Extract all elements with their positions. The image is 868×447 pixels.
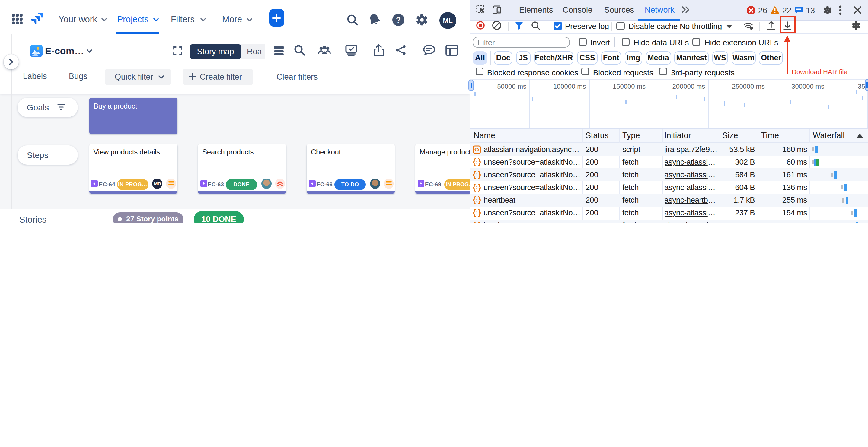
svg-text:?: ? [396, 15, 401, 25]
